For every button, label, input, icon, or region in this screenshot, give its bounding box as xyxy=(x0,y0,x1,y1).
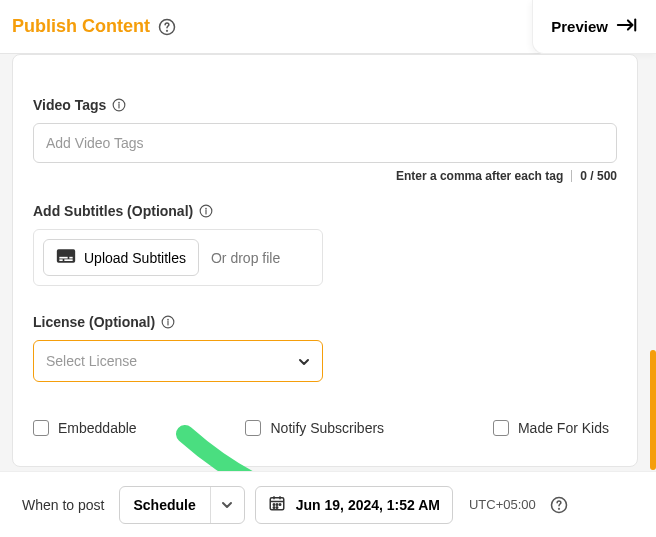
svg-point-16 xyxy=(279,504,281,506)
svg-rect-10 xyxy=(64,259,72,261)
checkbox-icon xyxy=(245,420,261,436)
notify-subscribers-checkbox[interactable]: Notify Subscribers xyxy=(245,420,384,436)
svg-point-1 xyxy=(167,30,168,31)
when-to-post-label: When to post xyxy=(22,497,105,513)
tags-counter: 0 / 500 xyxy=(580,169,617,183)
svg-point-15 xyxy=(276,504,278,506)
checkbox-icon xyxy=(33,420,49,436)
calendar-icon xyxy=(268,494,286,515)
preview-label: Preview xyxy=(551,18,608,35)
svg-point-14 xyxy=(273,504,275,506)
embeddable-checkbox[interactable]: Embeddable xyxy=(33,420,137,436)
tags-hint-row: Enter a comma after each tag 0 / 500 xyxy=(33,169,617,183)
license-select[interactable]: Select License xyxy=(33,340,323,382)
info-icon[interactable] xyxy=(199,204,213,218)
svg-point-12 xyxy=(168,319,169,320)
svg-point-18 xyxy=(276,507,278,509)
made-for-kids-checkbox[interactable]: Made For Kids xyxy=(493,420,609,436)
form-card: Video Tags Enter a comma after each tag … xyxy=(12,54,638,467)
page-title: Publish Content xyxy=(12,16,150,37)
schedule-value: Schedule xyxy=(120,497,210,513)
help-icon[interactable] xyxy=(550,496,568,514)
embeddable-label: Embeddable xyxy=(58,420,137,436)
subtitles-icon xyxy=(56,248,76,267)
divider xyxy=(571,170,572,182)
help-icon[interactable] xyxy=(158,18,176,36)
date-value: Jun 19, 2024, 1:52 AM xyxy=(296,497,440,513)
info-icon[interactable] xyxy=(112,98,126,112)
schedule-select[interactable]: Schedule xyxy=(119,486,245,524)
timezone-label: UTC+05:00 xyxy=(469,497,536,512)
footer-bar: When to post Schedule Jun 19, 2024, 1:52… xyxy=(0,471,656,537)
svg-point-5 xyxy=(206,208,207,209)
svg-rect-9 xyxy=(59,259,62,261)
svg-rect-8 xyxy=(69,257,72,259)
scrollbar[interactable] xyxy=(650,350,656,470)
notify-label: Notify Subscribers xyxy=(270,420,384,436)
drop-file-text: Or drop file xyxy=(211,250,280,266)
video-tags-label: Video Tags xyxy=(33,97,617,113)
arrow-right-icon xyxy=(616,17,638,36)
svg-rect-7 xyxy=(59,257,67,259)
video-tags-input[interactable] xyxy=(33,123,617,163)
checkbox-icon xyxy=(493,420,509,436)
header-bar: Publish Content Preview xyxy=(0,0,656,54)
svg-point-20 xyxy=(558,508,559,509)
date-picker[interactable]: Jun 19, 2024, 1:52 AM xyxy=(255,486,453,524)
kids-label: Made For Kids xyxy=(518,420,609,436)
options-row: Embeddable Notify Subscribers Made For K… xyxy=(33,420,617,436)
license-placeholder: Select License xyxy=(46,353,137,369)
subtitles-dropzone[interactable]: Upload Subtitles Or drop file xyxy=(33,229,323,286)
chevron-down-icon xyxy=(298,352,310,370)
upload-label: Upload Subtitles xyxy=(84,250,186,266)
svg-point-3 xyxy=(119,102,120,103)
license-label: License (Optional) xyxy=(33,314,617,330)
svg-point-17 xyxy=(273,507,275,509)
info-icon[interactable] xyxy=(161,315,175,329)
upload-subtitles-button[interactable]: Upload Subtitles xyxy=(43,239,199,276)
subtitles-label: Add Subtitles (Optional) xyxy=(33,203,617,219)
tags-hint: Enter a comma after each tag xyxy=(396,169,563,183)
chevron-down-icon xyxy=(210,487,244,523)
preview-button[interactable]: Preview xyxy=(532,0,656,54)
